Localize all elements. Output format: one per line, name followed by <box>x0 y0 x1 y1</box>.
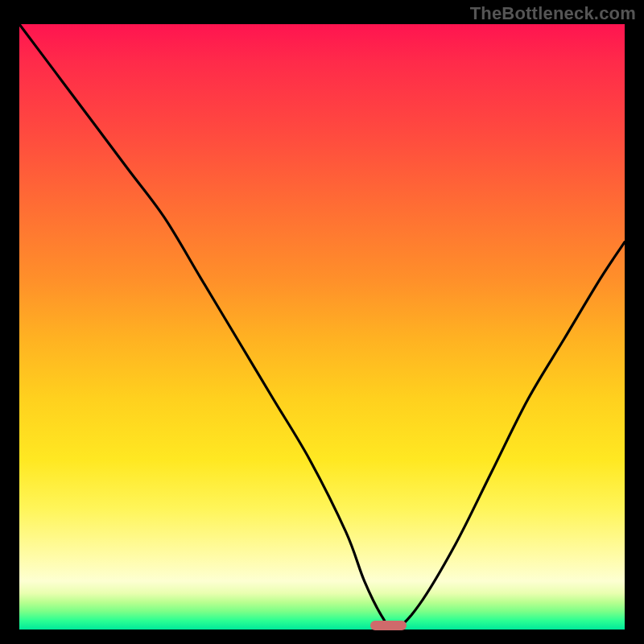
chart-frame: TheBottleneck.com <box>0 0 644 644</box>
plot-area <box>19 24 625 630</box>
bottleneck-curve <box>19 24 625 630</box>
watermark-text: TheBottleneck.com <box>470 3 636 24</box>
minimum-marker <box>370 621 407 630</box>
